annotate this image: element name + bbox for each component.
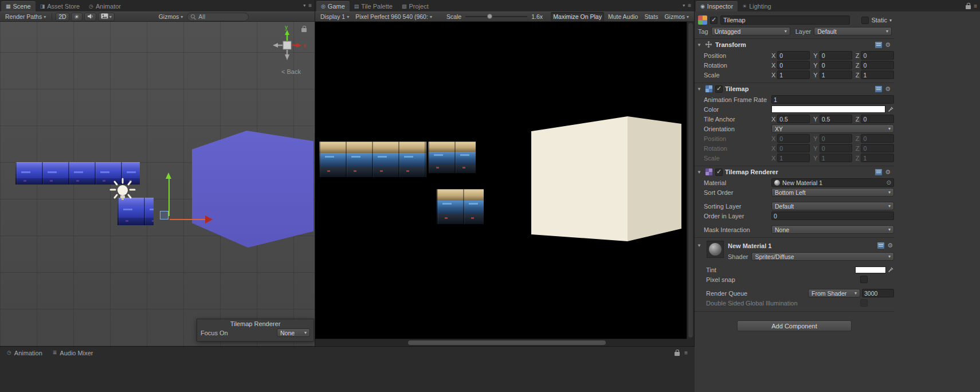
order-in-layer-field[interactable] — [771, 211, 894, 220]
x-field[interactable] — [777, 70, 810, 79]
tab-audio-mixer[interactable]: ≣ Audio Mixer — [48, 348, 98, 358]
panel-menu-icon[interactable]: ≡ — [308, 2, 312, 9]
foldout-icon[interactable]: ▼ — [697, 42, 703, 48]
x-axis-cone-icon[interactable] — [296, 43, 301, 48]
move-tool-plane-handle[interactable] — [160, 211, 168, 219]
lock-icon[interactable] — [966, 5, 971, 9]
horizontal-scrollbar[interactable] — [315, 339, 687, 346]
color-swatch[interactable] — [771, 105, 885, 113]
scene-gizmos-dropdown[interactable]: Gizmos ▾ — [156, 12, 186, 21]
focus-on-dropdown[interactable]: None ▾ — [277, 328, 310, 337]
z-field[interactable] — [861, 70, 894, 79]
gizmo-back-label[interactable]: < Back — [273, 68, 309, 75]
help-icon[interactable] — [877, 242, 884, 249]
y-axis-cone-icon[interactable] — [285, 30, 289, 35]
foldout-icon[interactable]: ▼ — [697, 87, 703, 92]
help-icon[interactable] — [875, 169, 882, 175]
scene-lighting-toggle[interactable]: ☀ — [71, 13, 83, 21]
tab-animator[interactable]: ◷ Animator — [84, 1, 126, 11]
scene-lock-button[interactable] — [301, 25, 307, 33]
y-field[interactable] — [820, 70, 852, 79]
vertical-scrollbar-thumb[interactable] — [688, 23, 693, 338]
animation-frame-rate-field[interactable] — [771, 95, 894, 104]
eyedropper-icon[interactable] — [888, 266, 894, 273]
pixel-snap-checkbox[interactable] — [860, 276, 868, 283]
static-dropdown[interactable]: Static ▾ — [861, 17, 892, 24]
search-input[interactable] — [198, 13, 235, 20]
lock-icon[interactable] — [675, 352, 680, 356]
tab-asset-store[interactable]: ◨ Asset Store — [36, 1, 84, 11]
x-axis-arrow-icon[interactable] — [205, 215, 213, 224]
component-enabled-checkbox[interactable] — [715, 85, 723, 93]
material-object-field[interactable]: New Material 1 ⊙ — [771, 178, 894, 187]
chevron-down-icon[interactable]: ▾ — [303, 3, 305, 8]
x-field[interactable] — [777, 51, 810, 60]
help-icon[interactable] — [875, 42, 882, 48]
foldout-icon[interactable]: ▼ — [697, 243, 703, 261]
x-field[interactable] — [777, 115, 810, 123]
panel-menu-icon[interactable]: ≡ — [684, 350, 688, 356]
layer-dropdown[interactable]: Default ▾ — [814, 27, 892, 36]
material-preview-thumbnail[interactable] — [707, 241, 724, 258]
foldout-icon[interactable]: ▼ — [697, 170, 703, 175]
horizontal-scrollbar-thumb[interactable] — [408, 340, 606, 345]
z-field[interactable] — [861, 115, 894, 123]
object-picker-icon[interactable]: ⊙ — [887, 179, 891, 186]
scene-viewport[interactable]: y x < Back — [0, 22, 315, 346]
sorting-layer-dropdown[interactable]: Default ▾ — [771, 202, 894, 210]
gear-icon[interactable]: ⚙ — [885, 42, 891, 48]
maximize-on-play-toggle[interactable]: Maximize On Play — [551, 12, 604, 21]
gear-icon[interactable]: ⚙ — [885, 169, 891, 175]
gear-icon[interactable]: ⚙ — [887, 242, 893, 249]
panel-menu-icon[interactable]: ≡ — [688, 2, 691, 9]
shader-dropdown[interactable]: Sprites/Diffuse ▾ — [751, 252, 894, 261]
active-checkbox[interactable] — [710, 17, 718, 24]
game-gizmos-dropdown[interactable]: Gizmos ▾ — [662, 12, 691, 21]
chevron-down-icon[interactable]: ▾ — [683, 3, 685, 8]
y-field[interactable] — [820, 51, 852, 60]
scene-effects-dropdown[interactable]: ▾ — [98, 13, 115, 21]
tag-dropdown[interactable]: Untagged ▾ — [711, 27, 790, 36]
y-field[interactable] — [820, 115, 852, 123]
component-enabled-checkbox[interactable] — [715, 168, 723, 176]
add-component-button[interactable]: Add Component — [737, 320, 852, 331]
tab-lighting[interactable]: ☀ Lighting — [738, 1, 776, 11]
render-queue-dropdown[interactable]: From Shader ▾ — [808, 289, 860, 297]
sort-order-dropdown[interactable]: Bottom Left ▾ — [771, 188, 894, 197]
object-name-field[interactable] — [720, 15, 850, 25]
tab-tile-palette[interactable]: ▤ Tile Palette — [350, 1, 397, 11]
eyedropper-icon[interactable] — [888, 106, 894, 112]
mask-interaction-dropdown[interactable]: None ▾ — [771, 225, 894, 234]
tab-animation[interactable]: ◷ Animation — [2, 348, 47, 358]
stats-toggle[interactable]: Stats — [642, 12, 660, 21]
slider-handle[interactable] — [487, 14, 492, 19]
scene-audio-toggle[interactable] — [84, 13, 96, 21]
game-viewport[interactable] — [315, 22, 694, 346]
scene-search[interactable] — [187, 13, 249, 21]
gizmo-center-cube[interactable] — [283, 41, 291, 49]
y-axis-arrow-icon[interactable] — [166, 173, 171, 179]
tab-game[interactable]: ◎ Game — [316, 1, 350, 11]
x-field[interactable] — [777, 61, 810, 69]
z-field[interactable] — [861, 51, 894, 60]
scale-slider[interactable] — [465, 16, 527, 17]
z-field[interactable] — [861, 61, 894, 69]
static-checkbox[interactable] — [861, 17, 869, 24]
tab-inspector[interactable]: ◉ Inspector — [696, 1, 738, 11]
help-icon[interactable] — [875, 86, 882, 92]
panel-menu-icon[interactable]: ≡ — [974, 3, 977, 9]
render-paths-dropdown[interactable]: Render Paths ▾ — [3, 12, 48, 21]
neg-y-axis-cone-icon[interactable] — [285, 54, 289, 60]
2d-toggle-button[interactable]: 2D — [56, 13, 69, 21]
vertical-scrollbar[interactable] — [687, 22, 694, 339]
neg-x-axis-cone-icon[interactable] — [273, 43, 278, 48]
y-field[interactable] — [820, 61, 852, 69]
render-queue-field[interactable] — [862, 289, 894, 297]
tab-scene[interactable]: ▦ Scene — [1, 1, 36, 11]
display-dropdown[interactable]: Display 1 ▾ — [318, 12, 351, 21]
gear-icon[interactable]: ⚙ — [885, 86, 891, 92]
orientation-dropdown[interactable]: XY ▾ — [771, 124, 894, 133]
tint-color-swatch[interactable] — [855, 266, 886, 273]
tab-project[interactable]: ▧ Project — [397, 1, 433, 11]
mute-audio-toggle[interactable]: Mute Audio — [606, 12, 641, 21]
